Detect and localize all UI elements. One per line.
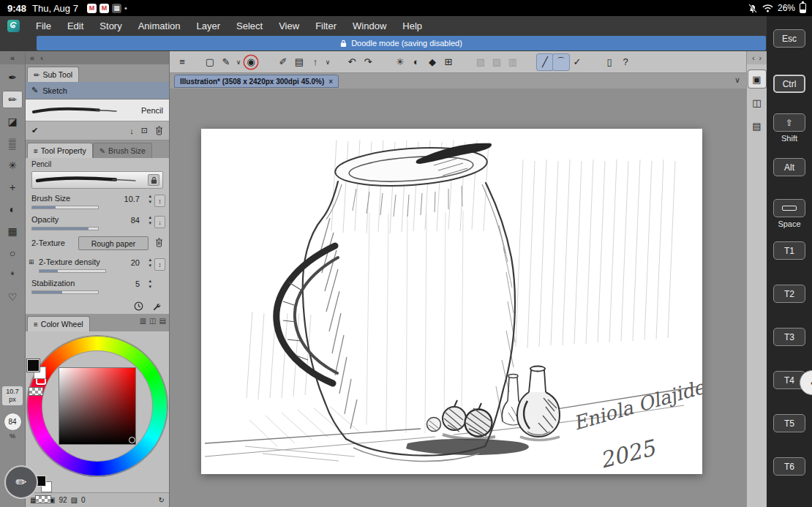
clear-icon[interactable]: ✳ [392, 54, 408, 70]
menu-help[interactable]: Help [402, 20, 422, 31]
export-icon[interactable]: ↑ [307, 54, 323, 70]
expand-button[interactable]: ↕ [154, 195, 165, 207]
move-tool[interactable]: + [2, 179, 23, 196]
edge-key-t2[interactable]: T2 [773, 285, 805, 303]
import-setting-button[interactable]: ↓ [154, 216, 165, 228]
menu-file[interactable]: File [36, 20, 51, 31]
edge-key-ctrl[interactable]: Ctrl [773, 75, 805, 93]
tab-color-wheel[interactable]: ≡ Color Wheel [27, 316, 90, 331]
eraser-tool[interactable]: ◪ [2, 113, 23, 130]
edge-key-shift[interactable]: ⇧ [773, 113, 805, 132]
tab-tool-property[interactable]: ≡ Tool Property [27, 143, 93, 158]
airbrush-tool[interactable]: ▒ [2, 135, 23, 152]
menu-select[interactable]: Select [236, 20, 263, 31]
record-icon[interactable]: ◉ [244, 56, 257, 69]
copy-icon[interactable]: ⊡ [141, 126, 148, 135]
trash-icon[interactable] [155, 126, 163, 135]
history-clock-icon[interactable] [134, 301, 143, 311]
stepper[interactable]: ▴▾ [149, 257, 151, 268]
material-palette-button[interactable]: ◫ [748, 94, 766, 111]
document-tab[interactable]: Illustration* (3508 x 2420px 300dpi 45.0… [174, 75, 339, 88]
selection-icon[interactable]: ▢ [202, 54, 218, 70]
subtool-group-sketch[interactable]: ✎ Sketch [26, 82, 169, 99]
import-icon[interactable]: ↓ [129, 127, 134, 135]
menu-story[interactable]: Story [99, 20, 121, 31]
color-set-icon[interactable]: ▥ [140, 317, 146, 325]
menu-window[interactable]: Window [353, 20, 386, 31]
pen-tool[interactable]: ✒ [2, 69, 23, 86]
correction-tool[interactable]: * [2, 266, 23, 284]
figure-tool[interactable]: ○ [2, 244, 23, 262]
menu-animation[interactable]: Animation [138, 20, 181, 31]
blend-tool[interactable]: ◐ [2, 200, 23, 218]
chevron-down-icon[interactable]: ∨ [234, 54, 243, 70]
ruler-icon[interactable]: ✓ [569, 54, 585, 70]
command-bar-menu-icon[interactable]: ≡ [174, 54, 190, 70]
drawing-canvas[interactable]: Eniola Olajide 2025 [201, 129, 702, 474]
eraser-icon[interactable]: ◆ [424, 54, 440, 70]
chevron-down-icon[interactable]: ∨ [323, 54, 332, 70]
edge-key-t6[interactable]: T6 [773, 457, 805, 476]
curve-tool-icon[interactable]: ⌒ [553, 54, 569, 70]
layer-palette-button[interactable]: ▤ [748, 117, 766, 135]
expand-node-icon[interactable]: ⊞ [29, 258, 34, 266]
tab-sub-tool[interactable]: ✏ Sub Tool [27, 67, 79, 82]
texture-select-button[interactable]: Rough paper [78, 236, 149, 250]
color-history-icon[interactable]: ▤ [159, 317, 166, 325]
close-tab-icon[interactable]: × [328, 78, 333, 86]
texture-density-slider[interactable] [39, 269, 106, 273]
color-slider-icon[interactable]: ◫ [149, 317, 156, 325]
frame-tool[interactable]: ▦ [2, 222, 23, 240]
line-tool-icon[interactable]: ╱ [537, 54, 553, 70]
tablet-companion-icon[interactable]: ▯ [601, 54, 617, 70]
collapse-left-icon[interactable]: « [30, 53, 34, 62]
sv-cursor[interactable] [129, 437, 135, 443]
chevron-left-icon[interactable]: ‹ [752, 54, 754, 62]
open-file-icon[interactable]: ▤ [291, 54, 307, 70]
chevron-right-icon[interactable]: › [759, 54, 762, 62]
stabilization-slider[interactable] [31, 290, 99, 294]
foreground-color-swatch[interactable] [27, 359, 40, 372]
subtool-item-pencil[interactable]: Pencil [26, 99, 169, 121]
edit-check-icon[interactable]: ✔ [31, 126, 38, 135]
pencil-tool[interactable]: ✏ [2, 91, 23, 108]
wrench-icon[interactable] [152, 301, 162, 311]
edge-key-alt[interactable]: Alt [773, 158, 805, 176]
blend-icon[interactable]: ◐ [408, 54, 424, 70]
stepper[interactable]: ▴▾ [149, 193, 151, 205]
edit-pen-icon[interactable]: ✎ [218, 54, 234, 70]
edge-key-space[interactable] [773, 199, 805, 217]
remove-texture-button[interactable] [155, 238, 163, 249]
expand-button[interactable]: ↕ [154, 258, 165, 271]
tab-list-chevron-icon[interactable]: ∨ [734, 75, 740, 85]
transparent-color-swatch[interactable] [29, 387, 43, 396]
lock-button[interactable] [148, 174, 159, 186]
stepper[interactable]: ▴▾ [149, 278, 151, 290]
chevron-left-icon[interactable]: ‹ [40, 53, 43, 62]
decoration-tool[interactable]: ✳ [2, 157, 23, 174]
edge-key-esc[interactable]: Esc [773, 29, 805, 48]
balloon-tool[interactable]: ♡ [2, 288, 23, 306]
stepper[interactable]: ▴▾ [149, 214, 151, 226]
quick-tool-button[interactable]: ✏ [4, 465, 38, 499]
menu-view[interactable]: View [279, 20, 299, 31]
menu-filter[interactable]: Filter [315, 20, 337, 31]
redo-icon[interactable]: ↷ [360, 54, 376, 70]
navigator-palette-button[interactable]: ▣ [748, 70, 766, 88]
undo-icon[interactable]: ↶ [344, 54, 360, 70]
edge-key-t5[interactable]: T5 [773, 414, 805, 432]
crop-icon[interactable]: ⊞ [440, 54, 456, 70]
transparent-chip[interactable] [35, 495, 51, 503]
opacity-slider[interactable] [31, 227, 99, 230]
tab-brush-size[interactable]: ✎ Brush Size [93, 143, 152, 158]
help-icon[interactable]: ? [617, 54, 634, 70]
edge-key-t3[interactable]: T3 [773, 328, 805, 346]
menu-edit[interactable]: Edit [67, 20, 83, 31]
refresh-icon[interactable]: ↻ [159, 496, 165, 504]
clip-studio-logo-icon[interactable] [7, 20, 20, 32]
menu-layer[interactable]: Layer [197, 20, 221, 31]
saturation-value-square[interactable] [59, 368, 135, 444]
brush-size-slider[interactable] [31, 206, 99, 209]
eyedropper-icon[interactable]: ✐ [275, 54, 291, 70]
edge-key-t1[interactable]: T1 [773, 241, 805, 260]
